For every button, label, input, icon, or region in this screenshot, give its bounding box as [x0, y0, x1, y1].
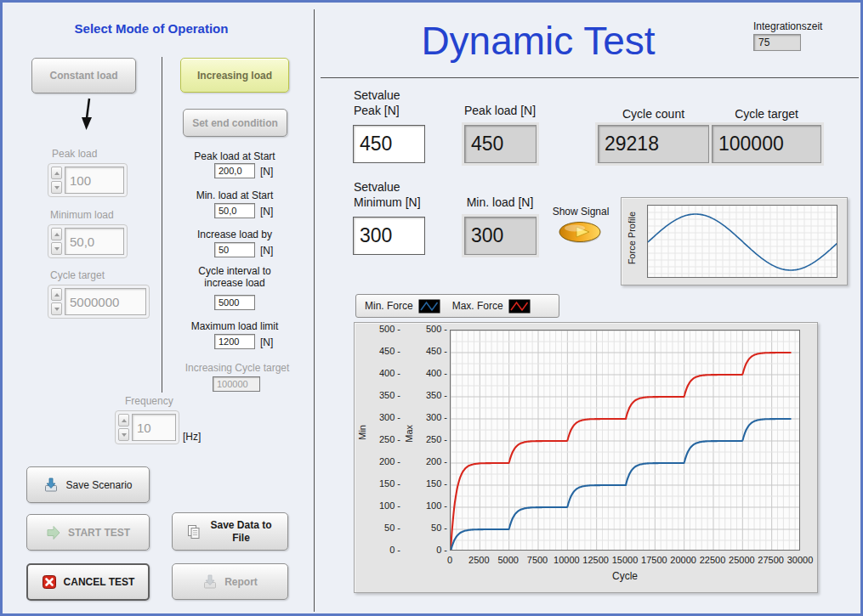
report-icon	[202, 574, 218, 590]
minimum-load-control[interactable]: 50,0	[48, 224, 128, 258]
x-tick-label: 0	[447, 555, 452, 565]
y-tick-label: 300 -	[426, 412, 447, 422]
y-tick-label: 0 -	[436, 545, 447, 555]
save-scenario-button[interactable]: Save Scenario	[26, 466, 150, 503]
cancel-test-button[interactable]: CANCEL TEST	[26, 563, 150, 601]
min-load-indicator-label: Min. load [N]	[445, 195, 555, 209]
cycle-count-label: Cycle count	[598, 107, 709, 121]
x-tick-label: 22500	[700, 555, 726, 565]
y-tick-label: 400 -	[379, 368, 400, 378]
y-tick-label: 200 -	[426, 456, 447, 466]
x-tick-label: 27500	[758, 555, 784, 565]
legend-min-label: Min. Force	[365, 300, 413, 312]
y-tick-label: 50 -	[431, 523, 447, 533]
cancel-test-label: CANCEL TEST	[64, 576, 135, 588]
legend-item-max-force[interactable]: Max. Force	[452, 299, 531, 314]
frequency-control[interactable]: 10	[115, 410, 179, 444]
y-axis-min-name: Min	[357, 425, 367, 440]
peak-load-control[interactable]: 100	[48, 163, 128, 197]
report-label: Report	[224, 576, 258, 588]
integrationszeit-label: Integrationszeit	[753, 20, 822, 32]
y-tick-label: 500 -	[426, 324, 447, 334]
setvalue-peak-label-line1: Setvalue	[354, 88, 400, 102]
cycle-target-value[interactable]: 5000000	[65, 288, 146, 315]
header-divider	[321, 77, 859, 78]
min-load-at-start-label: Min. load at Start	[179, 189, 291, 201]
legend-max-label: Max. Force	[452, 300, 503, 312]
cycle-target-label: Cycle target	[50, 269, 105, 281]
frequency-label: Frequency	[125, 395, 173, 407]
mode-selection-title: Select Mode of Operation	[37, 21, 266, 36]
xy-graph: Min 0 -50 -100 -150 -200 -250 -300 -350 …	[354, 322, 818, 593]
y-axis-min-ticks: 0 -50 -100 -150 -200 -250 -300 -350 -400…	[368, 323, 400, 592]
start-test-label: START TEST	[68, 527, 130, 539]
peak-load-value[interactable]: 100	[65, 167, 124, 194]
setvalue-peak-input[interactable]: 450	[353, 125, 425, 163]
cycle-count-indicator: 29218	[598, 125, 709, 163]
frequency-unit: [Hz]	[183, 431, 201, 443]
set-end-condition-button[interactable]: Set end condition	[183, 109, 287, 137]
setvalue-minimum-label-line2: Minimum [N]	[354, 195, 421, 209]
y-axis-max-ticks: 0 -50 -100 -150 -200 -250 -300 -350 -400…	[415, 323, 447, 592]
y-tick-label: 150 -	[426, 478, 447, 489]
cycle-target-indicator: 100000	[712, 125, 821, 163]
y-tick-label: 400 -	[426, 368, 447, 378]
cycle-target-control[interactable]: 5000000	[48, 285, 150, 319]
y-tick-label: 350 -	[379, 390, 400, 400]
y-tick-label: 450 -	[379, 346, 400, 356]
increasing-cycle-target-field[interactable]: 100000	[213, 376, 260, 392]
increase-load-by-label: Increase load by	[179, 229, 291, 240]
save-data-icon	[186, 524, 202, 540]
report-button[interactable]: Report	[172, 563, 288, 600]
y-tick-label: 250 -	[379, 434, 400, 444]
app-window: { "colors": { "accent_blue": "#2443cf", …	[0, 0, 863, 616]
minimum-load-value[interactable]: 50,0	[65, 228, 124, 255]
x-tick-label: 10000	[554, 555, 580, 565]
frequency-spinner[interactable]	[118, 414, 129, 441]
peak-load-at-start-label: Peak load at Start	[179, 150, 291, 162]
y-tick-label: 450 -	[426, 346, 447, 356]
start-test-icon	[46, 525, 61, 540]
frequency-value[interactable]: 10	[132, 414, 176, 441]
peak-load-spinner[interactable]	[51, 167, 62, 194]
x-tick-label: 5000	[497, 555, 518, 565]
min-load-at-start-unit: [N]	[260, 206, 273, 218]
min-load-indicator: 300	[464, 217, 537, 255]
column-divider	[162, 57, 162, 393]
y-tick-label: 100 -	[426, 500, 447, 511]
cycle-interval-field[interactable]: 5000	[214, 295, 255, 310]
x-axis-label: Cycle	[450, 570, 800, 582]
cancel-test-icon	[42, 574, 57, 590]
main-plot-area	[450, 330, 800, 551]
constant-load-button[interactable]: Constant load	[31, 58, 136, 93]
start-test-button[interactable]: START TEST	[26, 514, 150, 551]
show-signal-toggle[interactable]	[558, 220, 604, 246]
graph-legend: Min. Force Max. Force	[355, 294, 559, 318]
y-tick-label: 150 -	[379, 478, 400, 489]
setvalue-minimum-input[interactable]: 300	[353, 217, 425, 255]
save-data-label: Save Data to File	[208, 519, 275, 545]
force-profile-plot	[647, 205, 837, 278]
maximum-load-limit-field[interactable]: 1200	[214, 334, 255, 349]
y-tick-label: 200 -	[379, 456, 400, 466]
y-tick-label: 100 -	[379, 500, 400, 511]
x-tick-label: 7500	[527, 555, 548, 565]
setvalue-minimum-label-line1: Setvalue	[354, 180, 400, 194]
x-axis-ticks: 0250050007500100001250015000175002000022…	[355, 555, 817, 567]
minimum-load-spinner[interactable]	[51, 228, 62, 255]
force-profile-panel: Force Profile	[621, 197, 848, 285]
min-force-swatch-icon	[418, 299, 440, 314]
increasing-load-button[interactable]: Increasing load	[180, 58, 289, 93]
cycle-target-spinner[interactable]	[51, 288, 62, 315]
force-profile-axis-label: Force Profile	[627, 212, 637, 264]
increase-load-by-field[interactable]: 50	[214, 242, 255, 257]
peak-load-at-start-field[interactable]: 200,0	[214, 163, 255, 178]
legend-item-min-force[interactable]: Min. Force	[365, 299, 440, 314]
increasing-cycle-target-label: Increasing Cycle target	[179, 362, 296, 374]
save-data-button[interactable]: Save Data to File	[172, 512, 288, 551]
integrationszeit-value: 75	[753, 34, 801, 51]
peak-load-indicator-label: Peak load [N]	[445, 104, 555, 117]
min-load-at-start-field[interactable]: 50,0	[214, 203, 255, 218]
save-scenario-label: Save Scenario	[65, 479, 132, 491]
y-tick-label: 350 -	[426, 390, 447, 400]
